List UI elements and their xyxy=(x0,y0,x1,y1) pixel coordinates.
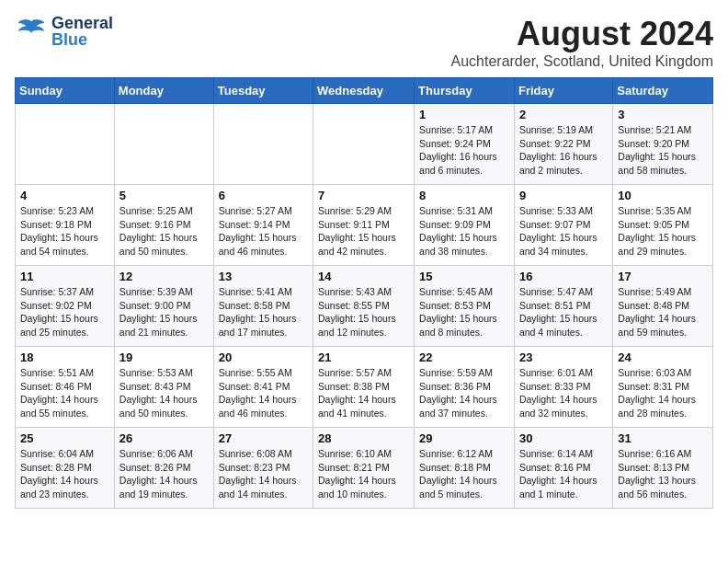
table-row: 31Sunrise: 6:16 AM Sunset: 8:13 PM Dayli… xyxy=(613,428,713,509)
day-info: Sunrise: 5:29 AM Sunset: 9:11 PM Dayligh… xyxy=(318,204,409,259)
table-row: 11Sunrise: 5:37 AM Sunset: 9:02 PM Dayli… xyxy=(16,266,115,347)
day-number: 21 xyxy=(318,350,409,364)
table-row: 19Sunrise: 5:53 AM Sunset: 8:43 PM Dayli… xyxy=(114,347,213,428)
day-number: 13 xyxy=(219,270,308,283)
table-row: 27Sunrise: 6:08 AM Sunset: 8:23 PM Dayli… xyxy=(213,428,313,509)
table-row: 9Sunrise: 5:33 AM Sunset: 9:07 PM Daylig… xyxy=(514,185,612,266)
day-info: Sunrise: 5:21 AM Sunset: 9:20 PM Dayligh… xyxy=(618,123,708,178)
day-info: Sunrise: 5:37 AM Sunset: 9:02 PM Dayligh… xyxy=(20,285,109,339)
day-number: 22 xyxy=(419,350,509,364)
day-info: Sunrise: 5:45 AM Sunset: 8:53 PM Dayligh… xyxy=(419,285,509,339)
table-row: 28Sunrise: 6:10 AM Sunset: 8:21 PM Dayli… xyxy=(313,428,415,509)
day-number: 31 xyxy=(618,431,708,445)
day-number: 1 xyxy=(419,108,509,121)
day-info: Sunrise: 5:51 AM Sunset: 8:46 PM Dayligh… xyxy=(20,366,109,420)
day-number: 15 xyxy=(419,270,509,283)
header-sunday: Sunday xyxy=(16,78,115,104)
day-number: 6 xyxy=(219,189,308,202)
table-row: 24Sunrise: 6:03 AM Sunset: 8:31 PM Dayli… xyxy=(613,347,713,428)
calendar-title: August 2024 xyxy=(451,15,714,53)
table-row: 18Sunrise: 5:51 AM Sunset: 8:46 PM Dayli… xyxy=(16,347,115,428)
calendar-subtitle: Auchterarder, Scotland, United Kingdom xyxy=(451,53,714,70)
table-row xyxy=(213,104,313,185)
day-info: Sunrise: 6:01 AM Sunset: 8:33 PM Dayligh… xyxy=(519,366,608,420)
logo: General Blue xyxy=(15,15,113,48)
table-row: 5Sunrise: 5:25 AM Sunset: 9:16 PM Daylig… xyxy=(114,185,213,266)
day-number: 3 xyxy=(618,108,708,121)
table-row: 14Sunrise: 5:43 AM Sunset: 8:55 PM Dayli… xyxy=(313,266,415,347)
table-row: 29Sunrise: 6:12 AM Sunset: 8:18 PM Dayli… xyxy=(415,428,515,509)
header-wednesday: Wednesday xyxy=(313,78,415,104)
table-row: 1Sunrise: 5:17 AM Sunset: 9:24 PM Daylig… xyxy=(415,104,515,185)
day-info: Sunrise: 5:47 AM Sunset: 8:51 PM Dayligh… xyxy=(519,285,608,339)
day-info: Sunrise: 5:55 AM Sunset: 8:41 PM Dayligh… xyxy=(219,366,308,420)
logo-icon xyxy=(15,15,48,48)
calendar-week-row: 18Sunrise: 5:51 AM Sunset: 8:46 PM Dayli… xyxy=(16,347,713,428)
header-monday: Monday xyxy=(114,78,213,104)
logo-general-text: General xyxy=(51,15,113,31)
day-info: Sunrise: 5:49 AM Sunset: 8:48 PM Dayligh… xyxy=(618,285,708,339)
day-info: Sunrise: 6:04 AM Sunset: 8:28 PM Dayligh… xyxy=(20,447,109,501)
logo-words: General Blue xyxy=(51,15,113,48)
table-row: 26Sunrise: 6:06 AM Sunset: 8:26 PM Dayli… xyxy=(114,428,213,509)
day-number: 7 xyxy=(318,189,409,202)
day-number: 8 xyxy=(419,189,509,202)
logo-blue-text: Blue xyxy=(51,31,113,48)
table-row: 23Sunrise: 6:01 AM Sunset: 8:33 PM Dayli… xyxy=(514,347,612,428)
table-row: 21Sunrise: 5:57 AM Sunset: 8:38 PM Dayli… xyxy=(313,347,415,428)
calendar-week-row: 1Sunrise: 5:17 AM Sunset: 9:24 PM Daylig… xyxy=(16,104,713,185)
table-row: 13Sunrise: 5:41 AM Sunset: 8:58 PM Dayli… xyxy=(213,266,313,347)
table-row: 25Sunrise: 6:04 AM Sunset: 8:28 PM Dayli… xyxy=(16,428,115,509)
day-info: Sunrise: 5:17 AM Sunset: 9:24 PM Dayligh… xyxy=(419,123,509,178)
day-info: Sunrise: 6:12 AM Sunset: 8:18 PM Dayligh… xyxy=(419,447,509,501)
header-friday: Friday xyxy=(514,78,612,104)
day-number: 11 xyxy=(20,270,109,283)
day-info: Sunrise: 5:53 AM Sunset: 8:43 PM Dayligh… xyxy=(119,366,209,420)
day-info: Sunrise: 5:43 AM Sunset: 8:55 PM Dayligh… xyxy=(318,285,409,339)
day-number: 10 xyxy=(618,189,708,202)
day-number: 28 xyxy=(318,431,409,445)
day-info: Sunrise: 5:33 AM Sunset: 9:07 PM Dayligh… xyxy=(519,204,608,259)
day-info: Sunrise: 5:39 AM Sunset: 9:00 PM Dayligh… xyxy=(119,285,209,339)
calendar-header: Sunday Monday Tuesday Wednesday Thursday… xyxy=(16,78,713,104)
day-number: 4 xyxy=(20,189,109,202)
table-row: 17Sunrise: 5:49 AM Sunset: 8:48 PM Dayli… xyxy=(613,266,713,347)
day-info: Sunrise: 5:23 AM Sunset: 9:18 PM Dayligh… xyxy=(20,204,109,259)
day-number: 5 xyxy=(119,189,209,202)
header-saturday: Saturday xyxy=(613,78,713,104)
table-row: 6Sunrise: 5:27 AM Sunset: 9:14 PM Daylig… xyxy=(213,185,313,266)
day-info: Sunrise: 5:19 AM Sunset: 9:22 PM Dayligh… xyxy=(519,123,608,178)
header-thursday: Thursday xyxy=(415,78,515,104)
table-row xyxy=(313,104,415,185)
day-info: Sunrise: 5:25 AM Sunset: 9:16 PM Dayligh… xyxy=(119,204,209,259)
weekday-header-row: Sunday Monday Tuesday Wednesday Thursday… xyxy=(16,78,713,104)
day-info: Sunrise: 5:57 AM Sunset: 8:38 PM Dayligh… xyxy=(318,366,409,420)
title-block: August 2024 Auchterarder, Scotland, Unit… xyxy=(451,15,714,70)
table-row xyxy=(114,104,213,185)
day-number: 25 xyxy=(20,431,109,445)
calendar-body: 1Sunrise: 5:17 AM Sunset: 9:24 PM Daylig… xyxy=(16,104,713,509)
day-info: Sunrise: 6:16 AM Sunset: 8:13 PM Dayligh… xyxy=(618,447,708,501)
page-header: General Blue August 2024 Auchterarder, S… xyxy=(15,15,713,70)
table-row: 15Sunrise: 5:45 AM Sunset: 8:53 PM Dayli… xyxy=(415,266,515,347)
day-info: Sunrise: 6:03 AM Sunset: 8:31 PM Dayligh… xyxy=(618,366,708,420)
table-row xyxy=(16,104,115,185)
day-number: 17 xyxy=(618,270,708,283)
table-row: 30Sunrise: 6:14 AM Sunset: 8:16 PM Dayli… xyxy=(514,428,612,509)
day-number: 24 xyxy=(618,350,708,364)
day-info: Sunrise: 6:14 AM Sunset: 8:16 PM Dayligh… xyxy=(519,447,608,501)
calendar-table: Sunday Monday Tuesday Wednesday Thursday… xyxy=(15,77,713,509)
day-number: 9 xyxy=(519,189,608,202)
day-number: 19 xyxy=(119,350,209,364)
day-number: 16 xyxy=(519,270,608,283)
calendar-week-row: 25Sunrise: 6:04 AM Sunset: 8:28 PM Dayli… xyxy=(16,428,713,509)
day-number: 14 xyxy=(318,270,409,283)
day-info: Sunrise: 6:06 AM Sunset: 8:26 PM Dayligh… xyxy=(119,447,209,501)
day-number: 12 xyxy=(119,270,209,283)
table-row: 2Sunrise: 5:19 AM Sunset: 9:22 PM Daylig… xyxy=(514,104,612,185)
table-row: 16Sunrise: 5:47 AM Sunset: 8:51 PM Dayli… xyxy=(514,266,612,347)
calendar-week-row: 11Sunrise: 5:37 AM Sunset: 9:02 PM Dayli… xyxy=(16,266,713,347)
table-row: 8Sunrise: 5:31 AM Sunset: 9:09 PM Daylig… xyxy=(415,185,515,266)
table-row: 20Sunrise: 5:55 AM Sunset: 8:41 PM Dayli… xyxy=(213,347,313,428)
day-number: 30 xyxy=(519,431,608,445)
